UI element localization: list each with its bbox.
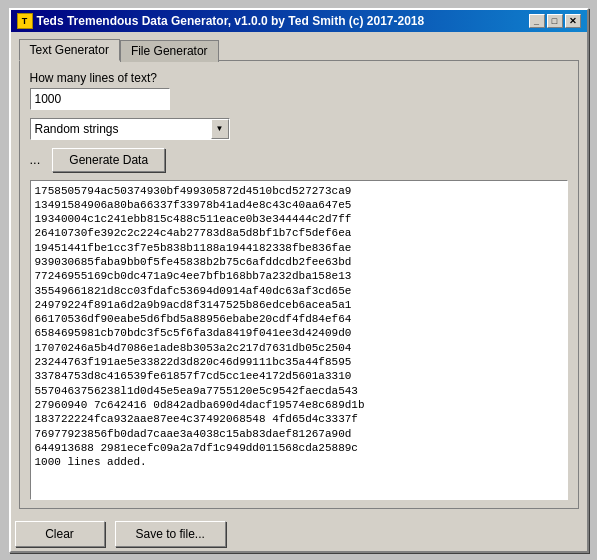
tab-file-generator[interactable]: File Generator [120,40,219,62]
window-controls: _ □ ✕ [529,14,581,28]
maximize-button[interactable]: □ [547,14,563,28]
tab-text-generator[interactable]: Text Generator [19,39,120,61]
app-icon: T [17,13,33,29]
generate-button[interactable]: Generate Data [52,148,165,172]
window-content: Text Generator File Generator How many l… [11,32,587,515]
lines-field-group: How many lines of text? [30,71,568,110]
type-select[interactable]: Random strings Random numbers Random nam… [30,118,230,140]
output-container [30,180,568,500]
lines-label: How many lines of text? [30,71,568,85]
save-button[interactable]: Save to file... [115,521,226,547]
lines-input[interactable] [30,88,170,110]
clear-button[interactable]: Clear [15,521,105,547]
main-window: T Teds Tremendous Data Generator, v1.0.0… [9,8,589,553]
dots-label: ... [30,152,41,167]
title-bar: T Teds Tremendous Data Generator, v1.0.0… [11,10,587,32]
output-textarea[interactable] [30,180,568,500]
tab-bar: Text Generator File Generator [19,38,579,60]
close-button[interactable]: ✕ [565,14,581,28]
window-title: Teds Tremendous Data Generator, v1.0.0 b… [37,14,425,28]
title-bar-left: T Teds Tremendous Data Generator, v1.0.0… [17,13,425,29]
generate-row: ... Generate Data [30,148,568,172]
type-select-container: Random strings Random numbers Random nam… [30,118,230,140]
minimize-button[interactable]: _ [529,14,545,28]
tab-panel: How many lines of text? Random strings R… [19,60,579,509]
bottom-buttons: Clear Save to file... [11,515,587,551]
